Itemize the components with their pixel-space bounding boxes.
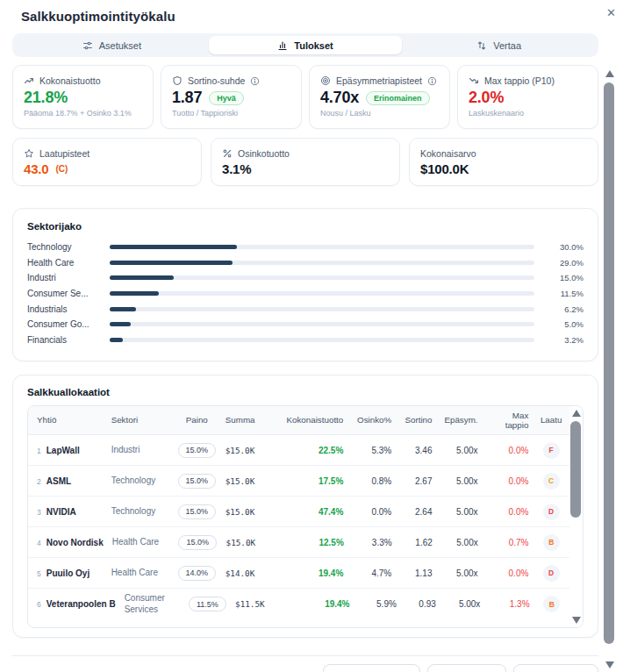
sector-cell: Technology bbox=[107, 504, 173, 519]
sliders-icon bbox=[82, 40, 93, 51]
max-loss-cell: 0.7% bbox=[483, 536, 533, 549]
company-cell: 1LapWall bbox=[28, 444, 107, 457]
tab-vertaa[interactable]: Vertaa bbox=[402, 36, 596, 54]
metric-value: 21.8% bbox=[24, 89, 68, 107]
sector-chart-title: Sektorijako bbox=[27, 221, 583, 232]
sector-label: Health Care bbox=[27, 258, 101, 268]
sector-label: Financials bbox=[27, 335, 101, 345]
sector-cell: Technology bbox=[107, 474, 173, 489]
grade-cell: D bbox=[533, 563, 569, 583]
total-return-cell: 19.4% bbox=[274, 567, 347, 580]
tab-asetukset[interactable]: Asetukset bbox=[15, 36, 209, 54]
metric-subtitle: Laskuskenaario bbox=[469, 109, 587, 118]
sector-breakdown-card: Sektorijako Technology30.0%Health Care29… bbox=[12, 208, 598, 361]
metric-card-sortino-suhde: Sortino-suhde1.87HyväTuotto / Tappiorisk… bbox=[161, 65, 302, 129]
muuta-asetuksia-button[interactable]: Muuta asetuksia bbox=[323, 664, 419, 672]
asymmetry-cell: 5.00x bbox=[436, 475, 482, 488]
allocations-title: Salkkuallokaatiot bbox=[27, 387, 583, 397]
total-return-cell: 17.5% bbox=[274, 475, 347, 488]
footer-actions: Muuta asetuksiaVie CSVVie JSON bbox=[12, 655, 598, 672]
metric-label-row: Kokonaistuotto bbox=[24, 75, 142, 86]
grade-cell: D bbox=[533, 502, 569, 522]
asymmetry-cell: 5.00x bbox=[436, 444, 482, 457]
metric-label-row: Laatupisteet bbox=[24, 148, 190, 159]
metric-card-laatupisteet: Laatupisteet43.0(C) bbox=[12, 138, 202, 186]
table-row: 2ASMLTechnology15.0%$15.0K17.5%0.8%2.675… bbox=[28, 466, 569, 497]
info-icon[interactable] bbox=[427, 76, 437, 86]
main-scrollbar-thumb[interactable] bbox=[604, 82, 614, 644]
table-scroll-up-icon[interactable] bbox=[572, 410, 581, 417]
vie-csv-button[interactable]: Vie CSV bbox=[427, 664, 506, 672]
max-loss-cell: 0.0% bbox=[483, 567, 533, 580]
sector-bar-fill bbox=[110, 338, 123, 342]
total-return-cell: 47.4% bbox=[274, 505, 347, 518]
table-row: 4Novo NordiskHealth Care15.0%$15.0K12.5%… bbox=[28, 527, 569, 558]
column-header-summa: Summa bbox=[221, 415, 275, 425]
amount-cell: $15.0K bbox=[221, 444, 275, 457]
target-icon bbox=[320, 75, 331, 86]
sector-bar-track bbox=[110, 322, 534, 326]
sector-row: Health Care29.0% bbox=[27, 255, 583, 271]
table-scroll-down-icon[interactable] bbox=[572, 617, 581, 624]
sector-bar-track bbox=[110, 338, 534, 342]
main-scroll-down-icon[interactable] bbox=[605, 661, 614, 668]
portfolio-optimizer-window: Salkkuoptimointityökalu ✕ AsetuksetTulok… bbox=[0, 0, 630, 672]
table-row: 5Puuilo OyjHealth Care14.0%$14.0K19.4%4.… bbox=[28, 558, 569, 589]
allocations-card: Salkkuallokaatiot YhtiöSektoriPainoSumma… bbox=[12, 375, 598, 638]
info-icon[interactable] bbox=[250, 76, 260, 86]
table-row: 1LapWallIndustri15.0%$15.0K22.5%5.3%3.46… bbox=[28, 435, 569, 466]
dividend-cell: 5.3% bbox=[347, 444, 396, 457]
column-header-sektori: Sektori bbox=[107, 415, 173, 425]
sortino-cell: 2.67 bbox=[396, 475, 436, 488]
metric-value-row: 4.70xErinomainen bbox=[320, 89, 439, 107]
titlebar: Salkkuoptimointityökalu ✕ bbox=[0, 0, 630, 32]
grade-badge: B bbox=[543, 534, 560, 551]
sortino-cell: 3.46 bbox=[396, 444, 436, 457]
tab-label: Vertaa bbox=[493, 40, 521, 51]
asymmetry-cell: 5.00x bbox=[437, 536, 483, 549]
metric-label: Max tappio (P10) bbox=[484, 75, 555, 86]
tab-label: Asetukset bbox=[99, 40, 141, 51]
sector-bar-track bbox=[110, 245, 534, 249]
metric-card-max-tappio-p10-: Max tappio (P10)2.0%Laskuskenaario bbox=[457, 65, 598, 129]
sector-bar-track bbox=[110, 275, 534, 280]
metric-value: 43.0 bbox=[24, 161, 48, 176]
vie-json-button[interactable]: Vie JSON bbox=[513, 664, 598, 672]
company-cell: 3NVIDIA bbox=[28, 505, 107, 518]
grade-cell: B bbox=[533, 533, 569, 553]
tab-tulokset[interactable]: Tulokset bbox=[209, 36, 403, 54]
weight-cell: 14.0% bbox=[173, 564, 221, 583]
sector-bar-fill bbox=[110, 291, 159, 296]
metric-label-row: Kokonaisarvo bbox=[420, 148, 587, 159]
company-name: Novo Nordisk bbox=[47, 538, 104, 547]
max-loss-cell: 0.0% bbox=[483, 444, 533, 457]
sector-cell: Consumer Services bbox=[120, 591, 184, 617]
sortino-cell: 0.93 bbox=[401, 597, 440, 611]
metric-value-suffix: (C) bbox=[55, 164, 68, 174]
sector-value: 5.0% bbox=[543, 319, 583, 329]
sector-bar-fill bbox=[110, 307, 136, 311]
metric-label-row: Epäsymmetriapisteet bbox=[320, 75, 439, 86]
dividend-cell: 0.0% bbox=[347, 505, 396, 518]
amount-cell: $14.0K bbox=[221, 567, 275, 580]
metric-value: 4.70x bbox=[320, 89, 359, 107]
main-scroll-up-icon[interactable] bbox=[605, 70, 614, 77]
sector-bar-track bbox=[110, 291, 534, 296]
row-number: 6 bbox=[37, 600, 41, 609]
grade-badge: B bbox=[543, 596, 560, 612]
total-return-cell: 22.5% bbox=[274, 444, 347, 457]
weight-pill: 15.0% bbox=[178, 535, 217, 550]
sector-value: 15.0% bbox=[543, 273, 583, 282]
max-loss-cell: 1.3% bbox=[484, 597, 533, 611]
table-row: 6Veteranpoolen BConsumer Services11.5%$1… bbox=[28, 589, 569, 619]
table-scrollbar-thumb[interactable] bbox=[570, 421, 581, 518]
page-title: Salkkuoptimointityökalu bbox=[21, 9, 175, 24]
metric-value: 2.0% bbox=[469, 89, 504, 107]
metric-value-row: 2.0% bbox=[469, 89, 587, 107]
close-icon[interactable]: ✕ bbox=[603, 4, 619, 22]
grade-badge: D bbox=[543, 504, 560, 520]
amount-cell: $11.5K bbox=[231, 597, 283, 611]
trending-up-icon bbox=[24, 75, 34, 86]
weight-cell: 15.0% bbox=[173, 472, 221, 490]
percent-icon bbox=[222, 148, 233, 159]
